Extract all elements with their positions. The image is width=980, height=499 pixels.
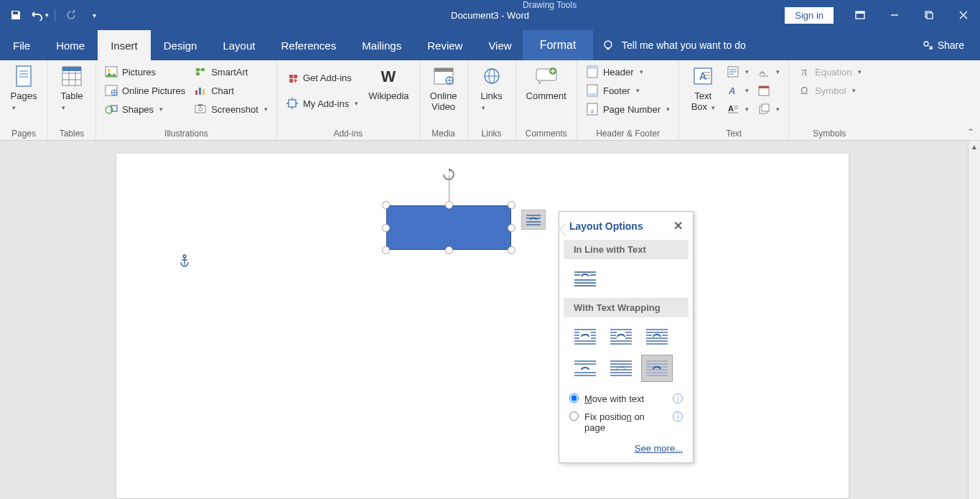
rotation-handle[interactable] <box>442 168 455 181</box>
tab-format[interactable]: Format <box>523 30 593 60</box>
layout-options-close[interactable]: ✕ <box>673 219 683 233</box>
resize-handle-bm[interactable] <box>445 246 453 254</box>
wrap-in-front[interactable] <box>641 355 673 382</box>
comment-button[interactable]: Comment <box>522 63 571 103</box>
shapes-button[interactable]: Shapes▾ <box>102 101 188 118</box>
tab-layout[interactable]: Layout <box>210 30 268 60</box>
wrap-square[interactable] <box>569 323 601 350</box>
pictures-button[interactable]: Pictures <box>102 63 188 80</box>
qat-customize-button[interactable]: ▾ <box>84 5 104 25</box>
radio-move-with-text[interactable]: MMove with textove with text i <box>569 393 683 404</box>
undo-button[interactable]: ▾ <box>29 5 49 25</box>
layout-options-icon <box>525 213 542 226</box>
smartart-icon <box>194 65 207 78</box>
table-button[interactable]: Table▾ <box>54 63 90 113</box>
table-label: Table▾ <box>60 90 83 112</box>
online-video-button[interactable]: OnlineVideo <box>426 63 462 113</box>
my-addins-button[interactable]: My Add-ins▾ <box>283 95 361 112</box>
wrap-behind[interactable] <box>605 355 637 382</box>
header-button[interactable]: Header▾ <box>583 63 673 80</box>
scroll-up[interactable]: ▲ <box>969 141 980 153</box>
radio-fix-position[interactable]: Fix position onpage i <box>569 411 683 433</box>
page-number-button[interactable]: #Page Number▾ <box>583 101 673 118</box>
online-pictures-button[interactable]: Online Pictures <box>102 82 188 99</box>
svg-rect-45 <box>587 93 597 96</box>
rectangle-shape[interactable] <box>386 205 511 250</box>
group-illustrations: Pictures Online Pictures Shapes▾ SmartAr… <box>96 60 277 140</box>
wordart-button[interactable]: A▾ <box>724 82 752 99</box>
save-button[interactable] <box>6 5 26 25</box>
links-button[interactable]: Links▾ <box>474 63 510 113</box>
page[interactable]: Layout Options ✕ In Line with Text With … <box>116 154 849 498</box>
ribbon: Pages▾ Pages Table▾ Tables Pictures Onli… <box>0 60 980 141</box>
svg-text:#: # <box>591 109 594 114</box>
wrap-through[interactable] <box>641 323 673 350</box>
wikipedia-icon: W <box>377 65 400 88</box>
minimize-button[interactable] <box>878 0 911 30</box>
pages-button[interactable]: Pages▾ <box>6 63 42 113</box>
svg-rect-29 <box>289 75 293 78</box>
wrap-tight[interactable] <box>605 323 637 350</box>
share-button[interactable]: Share <box>922 39 980 51</box>
selected-shape[interactable] <box>386 205 511 250</box>
wikipedia-button[interactable]: W Wikipedia <box>364 63 413 103</box>
minimize-icon <box>890 11 899 19</box>
layout-options-toggle[interactable] <box>521 210 546 230</box>
get-addins-button[interactable]: Get Add-ins <box>283 69 361 86</box>
info-icon[interactable]: i <box>673 411 683 421</box>
svg-point-67 <box>183 255 186 258</box>
svg-rect-64 <box>759 86 769 88</box>
wrap-top-bottom[interactable] <box>569 355 601 382</box>
vertical-scrollbar[interactable]: ▲ <box>968 141 980 499</box>
group-text: A TextBox ▾ ▾ A▾ A▾ ▾ ▾ Text <box>679 60 789 140</box>
tab-mailings[interactable]: Mailings <box>349 30 414 60</box>
svg-rect-28 <box>198 104 202 106</box>
tab-view[interactable]: View <box>475 30 524 60</box>
tab-insert[interactable]: Insert <box>98 30 151 60</box>
resize-handle-br[interactable] <box>508 246 515 254</box>
see-more-link[interactable]: See more... <box>635 443 683 454</box>
redo-button[interactable] <box>61 5 81 25</box>
resize-handle-tm[interactable] <box>445 201 453 209</box>
radio-fix-input[interactable] <box>569 411 579 421</box>
pages-icon <box>12 65 35 88</box>
signin-button[interactable]: Sign in <box>785 7 834 24</box>
date-time-button[interactable] <box>755 82 783 99</box>
equation-button[interactable]: πEquation▾ <box>795 63 864 80</box>
tell-me-search[interactable]: Tell me what you want to do <box>602 39 746 52</box>
quick-parts-button[interactable]: ▾ <box>724 63 752 80</box>
symbol-button[interactable]: ΩSymbol▾ <box>795 82 864 99</box>
resize-handle-tr[interactable] <box>508 201 515 209</box>
quick-access-toolbar: ▾ ▾ <box>0 5 110 25</box>
resize-handle-bl[interactable] <box>382 246 390 254</box>
maximize-button[interactable] <box>913 0 946 30</box>
svg-rect-23 <box>195 90 197 95</box>
tab-file[interactable]: File <box>0 30 43 60</box>
info-icon[interactable]: i <box>673 393 683 404</box>
ribbon-display-button[interactable] <box>844 0 877 30</box>
footer-button[interactable]: Footer▾ <box>583 82 673 99</box>
smartart-button[interactable]: SmartArt <box>191 63 271 80</box>
group-comments: Comment Comments <box>516 60 577 140</box>
object-button[interactable]: ▾ <box>755 101 783 118</box>
drop-cap-button[interactable]: A▾ <box>724 101 752 118</box>
chart-button[interactable]: Chart <box>191 82 271 99</box>
wrap-inline[interactable] <box>569 265 601 292</box>
tab-review[interactable]: Review <box>414 30 475 60</box>
tab-home[interactable]: Home <box>43 30 98 60</box>
resize-handle-mr[interactable] <box>508 224 515 232</box>
collapse-ribbon-button[interactable]: ⌃ <box>967 127 974 137</box>
radio-move-input[interactable] <box>569 393 579 403</box>
store-icon <box>286 71 299 84</box>
tab-design[interactable]: Design <box>151 30 210 60</box>
signature-line-button[interactable]: ▾ <box>755 63 783 80</box>
resize-handle-tl[interactable] <box>382 201 390 209</box>
svg-rect-43 <box>587 66 597 69</box>
close-button[interactable] <box>947 0 980 30</box>
resize-handle-ml[interactable] <box>382 224 390 232</box>
tab-references[interactable]: References <box>268 30 349 60</box>
links-label: Links▾ <box>480 90 502 112</box>
text-box-button[interactable]: A TextBox ▾ <box>685 63 721 113</box>
screenshot-button[interactable]: Screenshot▾ <box>191 101 271 118</box>
layout-options-header: Layout Options ✕ <box>559 212 693 240</box>
